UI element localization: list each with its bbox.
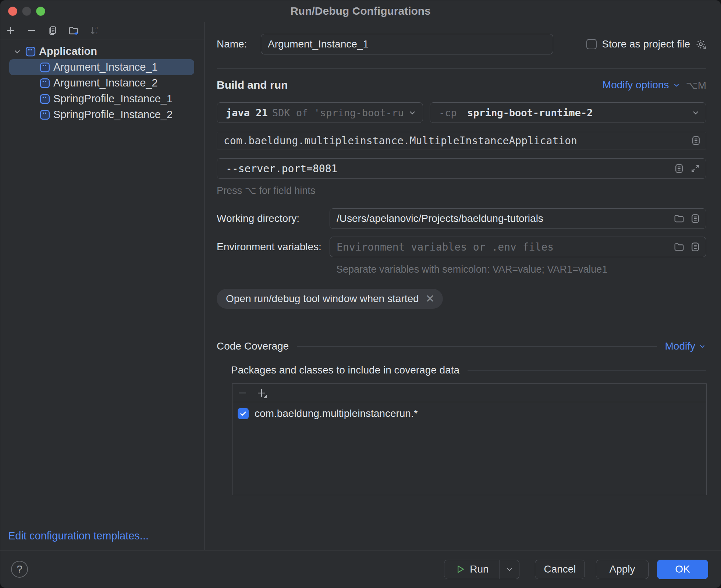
modify-options-shortcut: ⌥M [686, 79, 706, 91]
application-config-icon [39, 78, 50, 89]
chevron-down-icon[interactable] [11, 45, 24, 58]
copy-configuration-icon[interactable] [47, 25, 58, 36]
cp-value: spring-boot-runtime-2 [467, 107, 687, 118]
before-launch-tag-label: Open run/debug tool window when started [226, 293, 419, 305]
help-button[interactable]: ? [11, 561, 28, 578]
tree-group-label: Application [39, 45, 97, 57]
divider [468, 370, 706, 371]
chevron-down-icon [672, 81, 681, 89]
gear-dropdown-triangle [703, 46, 706, 49]
application-config-icon [39, 62, 50, 73]
environment-variables-label: Environment variables: [217, 241, 330, 253]
name-input[interactable] [268, 38, 546, 50]
remove-tag-icon[interactable]: ✕ [426, 293, 435, 304]
chevron-down-icon [698, 342, 706, 350]
dialog-footer: ? Run Cancel Apply OK [0, 550, 721, 588]
chevron-down-icon [505, 565, 514, 574]
close-window-button[interactable] [8, 7, 17, 16]
run-split-button[interactable]: Run [444, 560, 519, 579]
dialog-title: Run/Debug Configurations [290, 5, 431, 17]
working-directory-field[interactable] [330, 208, 706, 229]
sidebar-toolbar: a z [0, 22, 204, 39]
working-directory-input[interactable] [337, 213, 668, 224]
cancel-button[interactable]: Cancel [535, 560, 585, 579]
coverage-modify-link[interactable]: Modify [665, 340, 706, 352]
new-folder-icon[interactable] [68, 25, 79, 36]
add-configuration-icon[interactable] [5, 25, 16, 36]
help-label: ? [17, 563, 22, 575]
add-dropdown-triangle [263, 395, 267, 398]
main-class-input[interactable] [224, 135, 690, 147]
tree-item-argument-instance-2[interactable]: Argument_Instance_2 [9, 75, 194, 91]
run-debug-configurations-dialog: Run/Debug Configurations [0, 0, 721, 588]
name-field[interactable] [261, 34, 553, 54]
insert-macros-icon[interactable] [690, 241, 701, 252]
run-label: Run [470, 563, 489, 575]
remove-configuration-icon[interactable] [26, 25, 37, 36]
traffic-lights [8, 0, 45, 22]
program-arguments-field[interactable] [217, 158, 706, 179]
before-launch-tag[interactable]: Open run/debug tool window when started … [217, 289, 443, 309]
coverage-modify-label: Modify [665, 340, 695, 352]
jre-select[interactable]: java 21 SDK of 'spring-boot-run' [217, 102, 423, 123]
zoom-window-button[interactable] [36, 7, 45, 16]
tree-group-application[interactable]: Application [9, 43, 194, 59]
modify-options-link[interactable]: Modify options [603, 79, 681, 91]
insert-macros-icon[interactable] [690, 135, 702, 146]
minimize-window-button[interactable] [22, 7, 31, 16]
name-label: Name: [217, 38, 261, 50]
classpath-module-select[interactable]: -cp spring-boot-runtime-2 [430, 102, 706, 123]
section-separator [217, 68, 706, 69]
main-class-field[interactable] [217, 132, 706, 149]
environment-variables-field[interactable] [330, 237, 706, 257]
application-type-icon [25, 46, 36, 57]
tree-item-label: Argument_Instance_1 [53, 61, 158, 73]
browse-folder-icon[interactable] [674, 213, 685, 224]
configuration-editor: Name: Store as project file [205, 22, 721, 550]
add-package-icon[interactable] [256, 387, 267, 399]
store-settings-gear-icon[interactable] [695, 39, 706, 50]
insert-macros-icon[interactable] [674, 163, 685, 174]
run-options-chevron[interactable] [500, 560, 519, 579]
jre-description: SDK of 'spring-boot-run' [272, 107, 404, 118]
tree-item-label: Argument_Instance_2 [53, 77, 158, 89]
tree-item-argument-instance-1[interactable]: Argument_Instance_1 [9, 59, 194, 75]
apply-button[interactable]: Apply [596, 560, 649, 579]
jre-value: java 21 [226, 107, 268, 118]
play-icon [455, 564, 465, 574]
svg-text:z: z [96, 31, 98, 35]
coverage-package-row[interactable]: com.baeldung.multipleinstancerun.* [232, 402, 706, 425]
store-as-project-file-checkbox[interactable] [586, 39, 597, 49]
tree-item-springprofile-instance-1[interactable]: SpringProfile_Instance_1 [9, 91, 194, 107]
program-arguments-input[interactable] [226, 163, 668, 175]
application-config-icon [39, 93, 50, 105]
browse-folder-icon[interactable] [674, 241, 685, 252]
configurations-tree: Application Argument_Instance_1 [0, 39, 204, 123]
run-button[interactable]: Run [444, 560, 500, 579]
remove-package-icon[interactable] [237, 387, 248, 399]
insert-macros-icon[interactable] [690, 213, 701, 224]
titlebar: Run/Debug Configurations [0, 0, 721, 22]
coverage-packages-table: com.baeldung.multipleinstancerun.* [232, 383, 707, 495]
cp-flag: -cp [439, 107, 463, 118]
field-hints-hint: Press ⌥ for field hints [217, 185, 315, 196]
expand-field-icon[interactable] [690, 163, 701, 174]
application-config-icon [39, 109, 50, 120]
code-coverage-heading: Code Coverage [217, 340, 289, 352]
environment-variables-input[interactable] [337, 241, 668, 253]
build-and-run-heading: Build and run [217, 79, 288, 91]
package-checkbox[interactable] [238, 408, 249, 419]
package-pattern-label: com.baeldung.multipleinstancerun.* [255, 408, 418, 419]
chevron-down-icon [408, 108, 417, 117]
coverage-packages-heading: Packages and classes to include in cover… [231, 364, 459, 376]
sort-alphabetically-icon[interactable]: a z [89, 25, 100, 36]
modify-options-label: Modify options [603, 79, 669, 91]
tree-item-springprofile-instance-2[interactable]: SpringProfile_Instance_2 [9, 107, 194, 123]
divider [297, 346, 657, 347]
chevron-down-icon [691, 108, 700, 117]
edit-configuration-templates-link[interactable]: Edit configuration templates... [8, 530, 149, 542]
store-as-project-file-label: Store as project file [602, 38, 690, 50]
ok-button[interactable]: OK [657, 560, 708, 579]
tree-item-label: SpringProfile_Instance_2 [53, 109, 173, 121]
environment-variables-hint: Separate variables with semicolon: VAR=v… [336, 264, 607, 275]
